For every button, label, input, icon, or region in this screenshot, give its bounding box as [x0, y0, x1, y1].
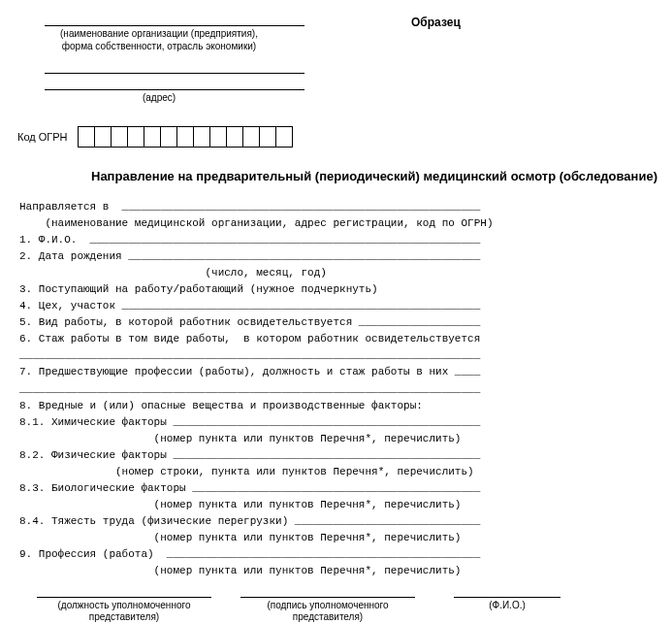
body-line: (число, месяц, год) — [19, 267, 327, 279]
body-line: (номер пункта или пунктов Перечня*, пере… — [19, 532, 461, 543]
ogrn-label: Код ОГРН — [17, 131, 68, 143]
body-line: 1. Ф.И.О. ______________________________… — [19, 234, 480, 246]
address-line-1 — [45, 61, 304, 74]
body-line: 5. Вид работы, в которой работник освиде… — [19, 316, 480, 328]
ogrn-box — [176, 126, 194, 148]
page: (наименование организации (предприятия),… — [0, 0, 672, 624]
body-line: 8.2. Физические факторы ________________… — [19, 449, 480, 461]
ogrn-box — [226, 126, 243, 148]
sample-label: Образец — [411, 14, 461, 29]
body-line: 9. Профессия (работа) __________________… — [19, 548, 480, 560]
org-name-line-1 — [45, 14, 304, 26]
footer-label: (подпись уполномоченного представителя) — [240, 600, 415, 623]
body-line: 4. Цех, участок ________________________… — [19, 300, 480, 312]
body-line: 7. Предшествующие профессии (работы), до… — [19, 366, 480, 378]
ogrn-box — [193, 126, 210, 148]
org-caption-2: форма собственности, отрасль экономики) — [14, 41, 304, 51]
footer-row: (должность уполномоченного представителя… — [37, 597, 658, 623]
body-line: ________________________________________… — [19, 383, 480, 395]
body-line: (номер строки, пункта или пунктов Перечн… — [19, 466, 474, 477]
body-line: 8.1. Химические факторы ________________… — [19, 416, 480, 428]
body-line: 8.3. Биологические факторы _____________… — [19, 482, 480, 494]
ogrn-row: Код ОГРН — [14, 126, 658, 148]
body-line: 6. Стаж работы в том виде работы, в кото… — [19, 333, 480, 345]
body-line: 8. Вредные и (или) опасные вещества и пр… — [19, 400, 423, 411]
body-line: (номер пункта или пунктов Перечня*, пере… — [19, 499, 461, 510]
body-line: (наименование медицинской организации, а… — [19, 217, 493, 229]
ogrn-box — [275, 126, 293, 148]
ogrn-box — [242, 126, 260, 148]
body-line: 8.4. Тяжесть труда (физические перегрузк… — [19, 515, 480, 527]
address-line-2 — [45, 78, 304, 90]
ogrn-box — [209, 126, 227, 148]
ogrn-box — [160, 126, 177, 148]
body-line: Направляется в _________________________… — [19, 201, 480, 213]
ogrn-box — [144, 126, 161, 148]
signature-line — [37, 597, 211, 598]
body-line: 3. Поступающий на работу/работающий (нуж… — [19, 283, 378, 295]
org-block: (наименование организации (предприятия),… — [14, 14, 304, 109]
ogrn-box — [78, 126, 95, 148]
header-row: (наименование организации (предприятия),… — [14, 14, 658, 109]
ogrn-box — [127, 126, 144, 148]
footer-label: (должность уполномоченного представителя… — [37, 600, 211, 623]
form-body: Направляется в _________________________… — [19, 199, 658, 579]
body-line: (номер пункта или пунктов Перечня*, пере… — [19, 433, 461, 444]
signature-line — [454, 597, 560, 598]
org-caption-1: (наименование организации (предприятия), — [14, 28, 304, 39]
signature-line — [240, 597, 415, 598]
address-caption: (адрес) — [14, 92, 304, 103]
ogrn-box — [259, 126, 276, 148]
footer-col-fio: (Ф.И.О.) — [454, 597, 560, 623]
body-line: ________________________________________… — [19, 349, 480, 361]
doc-title: Направление на предварительный (периодич… — [91, 169, 658, 183]
body-line: (номер пункта или пунктов Перечня*, пере… — [19, 565, 461, 576]
body-line: 2. Дата рождения _______________________… — [19, 250, 480, 262]
footer-col-position: (должность уполномоченного представителя… — [37, 597, 211, 623]
footer-col-signature: (подпись уполномоченного представителя) — [240, 597, 415, 623]
ogrn-boxes — [78, 126, 293, 148]
ogrn-box — [111, 126, 128, 148]
footer-label: (Ф.И.О.) — [454, 600, 560, 611]
ogrn-box — [94, 126, 112, 148]
